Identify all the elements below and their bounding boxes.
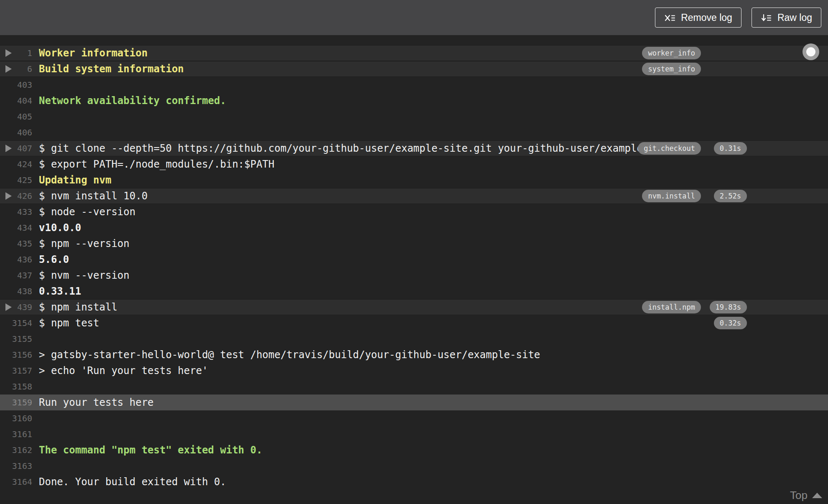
- log-row: 3161: [0, 426, 828, 442]
- log-row: 3158: [0, 379, 828, 395]
- fold-tag-badge: git.checkout: [638, 142, 701, 155]
- log-text: Build system information: [39, 61, 184, 77]
- line-number[interactable]: 3155: [0, 331, 32, 347]
- duration-badge: 2.52s: [714, 190, 747, 202]
- log-row: 425Updating nvm: [0, 172, 828, 188]
- log-row: 406: [0, 125, 828, 140]
- log-text: v10.0.0: [39, 220, 81, 236]
- log-text: $ nvm --version: [39, 267, 130, 283]
- line-number[interactable]: 434: [0, 220, 32, 236]
- scroll-indicator-handle[interactable]: [803, 43, 819, 60]
- log-rows: 1Worker informationworker_info6Build sys…: [0, 45, 828, 490]
- log-text: > gatsby-starter-hello-world@ test /home…: [39, 347, 540, 363]
- line-number[interactable]: 433: [0, 204, 32, 220]
- line-number[interactable]: 405: [0, 109, 32, 125]
- arrow-up-icon: [812, 493, 822, 498]
- line-number[interactable]: 426: [0, 188, 32, 204]
- log-text: $ npm install: [39, 299, 117, 315]
- log-row: 439$ npm installinstall.npm19.83s: [0, 299, 828, 315]
- log-row: 403: [0, 77, 828, 93]
- top-link-label: Top: [790, 489, 808, 502]
- log-row: 3159Run your tests here: [0, 395, 828, 410]
- log-toolbar: Remove log Raw log: [0, 0, 828, 35]
- line-number[interactable]: 424: [0, 156, 32, 172]
- line-number[interactable]: 3159: [0, 395, 32, 410]
- line-number[interactable]: 439: [0, 299, 32, 315]
- log-text: > echo 'Run your tests here': [39, 363, 208, 379]
- log-row: 437$ nvm --version: [0, 267, 828, 283]
- line-number[interactable]: 435: [0, 236, 32, 252]
- fold-tag-badge: install.npm: [642, 301, 701, 313]
- duration-badge: 0.31s: [714, 142, 747, 155]
- log-text: 5.6.0: [39, 252, 69, 267]
- log-row: 3155: [0, 331, 828, 347]
- log-text: $ export PATH=./node_modules/.bin:$PATH: [39, 156, 275, 172]
- log-text: Done. Your build exited with 0.: [39, 474, 226, 490]
- scroll-to-top-link[interactable]: Top: [790, 489, 822, 502]
- log-text: $ npm test: [39, 315, 99, 331]
- log-row: 407$ git clone --depth=50 https://github…: [0, 140, 828, 156]
- log-text: $ git clone --depth=50 https://github.co…: [39, 140, 649, 156]
- log-row: 404Network availability confirmed.: [0, 93, 828, 109]
- line-number[interactable]: 3164: [0, 474, 32, 490]
- log-text: The command "npm test" exited with 0.: [39, 442, 262, 458]
- line-number[interactable]: 3163: [0, 458, 32, 474]
- build-log: 1Worker informationworker_info6Build sys…: [0, 35, 828, 504]
- log-row: 4365.6.0: [0, 252, 828, 267]
- raw-log-label: Raw log: [777, 12, 812, 23]
- raw-log-button[interactable]: Raw log: [752, 8, 821, 28]
- log-text: $ node --version: [39, 204, 135, 220]
- line-number[interactable]: 3157: [0, 363, 32, 379]
- fold-tag-badge: nvm.install: [642, 190, 701, 202]
- log-row: 3157> echo 'Run your tests here': [0, 363, 828, 379]
- fold-tag-badge: system_info: [642, 63, 701, 75]
- log-row: 6Build system informationsystem_info: [0, 61, 828, 77]
- log-row: 424$ export PATH=./node_modules/.bin:$PA…: [0, 156, 828, 172]
- log-row: 435$ npm --version: [0, 236, 828, 252]
- remove-log-button[interactable]: Remove log: [655, 8, 741, 28]
- log-row: 3156> gatsby-starter-hello-world@ test /…: [0, 347, 828, 363]
- line-number[interactable]: 437: [0, 267, 32, 283]
- log-text: $ nvm install 10.0: [39, 188, 148, 204]
- log-row: 3163: [0, 458, 828, 474]
- log-row: 3160: [0, 410, 828, 426]
- fold-tag-badge: worker_info: [642, 47, 701, 59]
- line-number[interactable]: 3154: [0, 315, 32, 331]
- log-row: 3154$ npm test0.32s: [0, 315, 828, 331]
- line-number[interactable]: 403: [0, 77, 32, 93]
- log-row: 433$ node --version: [0, 204, 828, 220]
- line-number[interactable]: 436: [0, 252, 32, 267]
- remove-log-icon: [664, 12, 675, 23]
- log-row: 405: [0, 109, 828, 125]
- log-row: 3162The command "npm test" exited with 0…: [0, 442, 828, 458]
- line-number[interactable]: 404: [0, 93, 32, 109]
- duration-badge: 19.83s: [710, 301, 747, 313]
- line-number[interactable]: 3156: [0, 347, 32, 363]
- log-row: 426$ nvm install 10.0nvm.install2.52s: [0, 188, 828, 204]
- line-number[interactable]: 3161: [0, 426, 32, 442]
- line-number[interactable]: 6: [0, 61, 32, 77]
- log-text: Run your tests here: [39, 395, 154, 410]
- line-number[interactable]: 425: [0, 172, 32, 188]
- line-number[interactable]: 3158: [0, 379, 32, 395]
- log-text: Network availability confirmed.: [39, 93, 226, 109]
- log-text: Worker information: [39, 45, 148, 61]
- log-row: 1Worker informationworker_info: [0, 45, 828, 61]
- log-text: $ npm --version: [39, 236, 130, 252]
- line-number[interactable]: 3160: [0, 410, 32, 426]
- log-row: 434v10.0.0: [0, 220, 828, 236]
- duration-badge: 0.32s: [714, 317, 747, 329]
- line-number[interactable]: 438: [0, 283, 32, 299]
- remove-log-label: Remove log: [681, 12, 732, 23]
- line-number[interactable]: 407: [0, 140, 32, 156]
- line-number[interactable]: 3162: [0, 442, 32, 458]
- scroll-indicator-dot: [806, 47, 815, 56]
- log-text: Updating nvm: [39, 172, 111, 188]
- log-row: 3164Done. Your build exited with 0.: [0, 474, 828, 490]
- log-row: 4380.33.11: [0, 283, 828, 299]
- raw-log-icon: [761, 12, 772, 23]
- log-text: 0.33.11: [39, 283, 81, 299]
- line-number[interactable]: 406: [0, 125, 32, 140]
- line-number[interactable]: 1: [0, 45, 32, 61]
